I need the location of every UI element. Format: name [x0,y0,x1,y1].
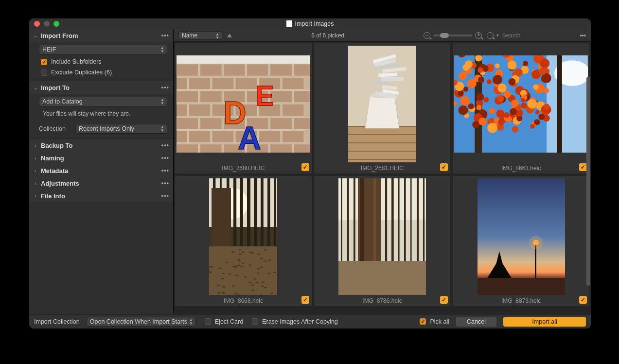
collection-select[interactable]: Recent Imports Only ▲▼ [75,124,167,134]
section-header-import-from[interactable]: ⌄ Import From ••• [29,29,173,42]
pick-checkbox[interactable]: ✓ [440,163,448,171]
svg-point-195 [508,60,517,69]
exclude-duplicates-checkbox[interactable] [41,69,47,76]
svg-rect-204 [247,178,250,246]
search-input[interactable] [502,32,575,39]
section-backup-to: › Backup To ••• [29,139,173,152]
pick-checkbox[interactable]: ✓ [579,163,587,171]
thumbnail-grid-scroll[interactable]: D E A IMG_2680.HEIC ✓ IMG_2681.HEIC ✓ IM… [174,42,591,314]
svg-point-253 [265,287,267,288]
section-header-import-to[interactable]: ⌄ Import To ••• [29,81,173,94]
svg-point-262 [238,260,241,261]
import-mode-select[interactable]: Add to Catalog ▲▼ [39,97,167,106]
svg-point-212 [222,273,225,274]
section-header[interactable]: › File Info ••• [29,190,173,202]
svg-point-121 [535,110,540,114]
section-header[interactable]: › Metadata ••• [29,164,173,177]
svg-point-243 [235,275,238,276]
source-select[interactable]: HEIF ▲▼ [39,45,167,54]
content-toolbar: Name ▲▼ 6 of 6 picked ▾ ••• [174,29,591,42]
thumbnail-filename: IMG_2680.HEIC [222,163,265,172]
thumbnail-card[interactable]: D E A IMG_2680.HEIC ✓ [175,43,312,173]
svg-point-218 [231,251,234,252]
section-menu-button[interactable]: ••• [161,180,169,187]
pick-checkbox[interactable]: ✓ [440,296,448,304]
svg-point-140 [533,84,539,89]
thumbnail-grid: D E A IMG_2680.HEIC ✓ IMG_2681.HEIC ✓ IM… [175,43,589,306]
svg-text:A: A [238,120,261,153]
eject-card-checkbox[interactable] [205,318,211,325]
thumbnail-card[interactable]: IMG_8786.heic ✓ [314,176,451,306]
erase-after-checkbox[interactable] [252,318,258,325]
svg-point-241 [257,272,260,274]
svg-rect-15 [200,90,222,103]
section-menu-button[interactable]: ••• [161,155,169,161]
pick-all-label: Pick all [430,318,449,325]
import-all-button[interactable]: Import all [503,317,586,327]
svg-point-265 [260,258,263,259]
pick-all-checkbox[interactable] [420,318,426,325]
svg-point-231 [223,286,226,287]
zoom-window-button[interactable] [53,21,59,27]
svg-point-184 [458,90,464,96]
section-menu-button[interactable]: ••• [161,167,169,174]
svg-rect-54 [348,126,416,162]
section-header[interactable]: › Adjustments ••• [29,177,173,190]
collection-field-label: Collection [39,125,71,132]
section-menu-button[interactable]: ••• [161,84,169,91]
svg-point-190 [511,99,518,106]
svg-point-149 [483,97,489,102]
svg-point-269 [217,292,220,294]
section-menu-button[interactable]: ••• [161,32,169,39]
svg-point-229 [251,290,254,291]
include-subfolders-label: Include Subfolders [51,58,102,65]
thumbnail-image [316,177,449,295]
import-mode-value: Add to Catalog [42,98,83,105]
section-header[interactable]: › Backup To ••• [29,139,173,152]
pick-checkbox[interactable]: ✓ [301,163,309,171]
thumbnail-card[interactable]: IMG_8668.heic ✓ [175,176,312,306]
zoom-slider[interactable] [433,35,472,36]
pick-checkbox[interactable]: ✓ [301,296,309,304]
cancel-button[interactable]: Cancel [456,317,496,327]
search-dropdown-icon[interactable]: ▾ [496,33,499,38]
sort-select[interactable]: Name ▲▼ [178,31,222,40]
svg-point-249 [237,259,240,260]
close-window-button[interactable] [34,21,40,27]
thumbnail-card[interactable]: IMG_8663.heic ✓ [453,43,589,173]
thumbnail-image [454,45,588,163]
svg-point-177 [528,99,537,108]
svg-rect-33 [189,130,211,142]
pick-checkbox[interactable]: ✓ [579,296,587,304]
svg-point-126 [489,108,495,114]
thumbnail-card[interactable]: IMG_2681.HEIC ✓ [314,43,451,173]
import-collection-select[interactable]: Open Collection When Import Starts ▲▼ [87,317,196,327]
svg-point-235 [248,264,251,266]
zoom-out-icon[interactable] [424,32,430,39]
section-title: Backup To [41,142,159,149]
section-menu-button[interactable]: ••• [161,192,169,199]
svg-point-238 [264,260,267,262]
thumbnail-image [177,177,310,295]
include-subfolders-checkbox[interactable] [41,59,47,65]
svg-point-237 [265,249,267,250]
thumbnail-card[interactable]: IMG_8873.heic ✓ [453,176,589,306]
svg-rect-273 [341,178,342,261]
section-menu-button[interactable]: ••• [161,142,169,149]
select-arrows-icon: ▲▼ [189,318,193,325]
scrollbar-thumb[interactable] [586,77,590,286]
svg-point-225 [242,251,245,252]
minimize-window-button[interactable] [44,21,50,27]
svg-point-217 [218,267,221,269]
sort-value: Name [182,32,197,39]
toolbar-menu-button[interactable]: ••• [580,32,586,39]
import-window: Import Images ⌄ Import From ••• HEIF ▲▼ [29,18,591,329]
svg-point-124 [459,71,467,80]
svg-rect-283 [404,178,406,261]
section-metadata: › Metadata ••• [29,164,173,177]
zoom-in-icon[interactable] [475,32,482,39]
sort-direction-toggle[interactable] [227,34,232,37]
collection-value: Recent Imports Only [79,125,134,132]
svg-rect-39 [200,144,222,153]
section-header[interactable]: › Naming ••• [29,152,173,164]
